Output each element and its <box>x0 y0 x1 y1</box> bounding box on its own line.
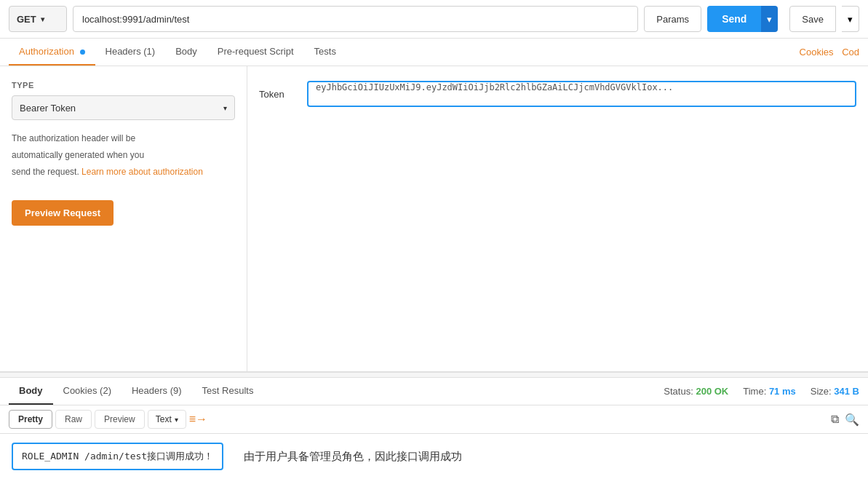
tab-pre-request-script[interactable]: Pre-request Script <box>207 39 304 66</box>
tab-tests[interactable]: Tests <box>304 39 346 66</box>
tab-authorization[interactable]: Authorization <box>9 39 95 66</box>
token-input[interactable]: eyJhbGciOiJIUzUxMiJ9.eyJzdWIiOiJjb2Rlc2h… <box>307 81 856 107</box>
top-bar: GET ▾ Params Send ▾ Save ▾ <box>0 0 868 39</box>
response-code-box: ROLE_ADMIN /admin/test接口调用成功！ <box>12 443 223 470</box>
sort-icon[interactable]: ≡→ <box>189 413 207 426</box>
method-chevron-icon: ▾ <box>41 15 44 23</box>
format-raw-button[interactable]: Raw <box>55 410 92 429</box>
time-value: 71 ms <box>769 386 796 397</box>
response-line: ROLE_ADMIN /admin/test接口调用成功！ 由于用户具备管理员角… <box>12 443 856 470</box>
size-value: 341 B <box>834 386 859 397</box>
format-right-actions: ⧉ 🔍 <box>831 413 859 427</box>
save-dropdown-button[interactable]: ▾ <box>842 6 859 32</box>
format-text-chevron-icon: ▾ <box>175 416 178 424</box>
bearer-token-label: Bearer Token <box>20 103 76 114</box>
format-text-label: Text <box>156 414 172 424</box>
right-panel: Token eyJhbGciOiJIUzUxMiJ9.eyJzdWIiOiJjb… <box>247 66 868 371</box>
bearer-token-select[interactable]: Bearer Token ▾ <box>12 95 235 120</box>
response-tab-headers[interactable]: Headers (9) <box>122 378 192 405</box>
search-button[interactable]: 🔍 <box>845 413 859 427</box>
save-button[interactable]: Save <box>789 6 836 32</box>
url-input[interactable] <box>73 6 638 32</box>
token-row: Token eyJhbGciOiJIUzUxMiJ9.eyJzdWIiOiJjb… <box>259 81 856 107</box>
preview-request-button[interactable]: Preview Request <box>12 200 114 226</box>
response-tab-cookies[interactable]: Cookies (2) <box>53 378 122 405</box>
type-label: TYPE <box>12 81 235 90</box>
section-divider <box>0 372 868 378</box>
response-tab-bar: Body Cookies (2) Headers (9) Test Result… <box>0 378 868 405</box>
token-label: Token <box>259 89 295 100</box>
tab-right-actions: Cookies Cod <box>800 47 859 58</box>
code-link[interactable]: Cod <box>842 47 859 58</box>
method-select[interactable]: GET ▾ <box>9 6 67 32</box>
main-content: TYPE Bearer Token ▾ The authorization he… <box>0 66 868 372</box>
status-value: 200 OK <box>696 386 728 397</box>
size-label: Size: 341 B <box>811 386 859 397</box>
format-bar: Pretty Raw Preview Text ▾ ≡→ ⧉ 🔍 <box>0 405 868 434</box>
response-tab-body[interactable]: Body <box>9 378 53 405</box>
response-comment: 由于用户具备管理员角色，因此接口调用成功 <box>244 450 462 464</box>
params-button[interactable]: Params <box>644 6 701 32</box>
left-panel: TYPE Bearer Token ▾ The authorization he… <box>0 66 247 371</box>
info-text-3: send the request. Learn more about autho… <box>12 165 235 179</box>
send-dropdown-button[interactable]: ▾ <box>761 6 778 32</box>
response-tab-test-results[interactable]: Test Results <box>192 378 264 405</box>
tab-headers[interactable]: Headers (1) <box>95 39 166 66</box>
format-text-dropdown[interactable]: Text ▾ <box>148 410 186 429</box>
response-code-text: ROLE_ADMIN /admin/test接口调用成功！ <box>22 451 213 462</box>
response-body-area: ROLE_ADMIN /admin/test接口调用成功！ 由于用户具备管理员角… <box>0 434 868 479</box>
cookies-link[interactable]: Cookies <box>800 47 834 58</box>
bearer-chevron-icon: ▾ <box>223 104 227 112</box>
authorization-dot <box>80 50 85 55</box>
send-group: Send ▾ <box>707 6 778 32</box>
method-label: GET <box>17 14 36 25</box>
learn-more-link[interactable]: Learn more about authorization <box>81 167 203 177</box>
status-label: Status: 200 OK <box>664 386 728 397</box>
response-meta: Status: 200 OK Time: 71 ms Size: 341 B <box>664 386 859 397</box>
info-text-2: automatically generated when you <box>12 148 235 162</box>
time-label: Time: 71 ms <box>743 386 796 397</box>
request-tab-bar: Authorization Headers (1) Body Pre-reque… <box>0 39 868 66</box>
format-pretty-button[interactable]: Pretty <box>9 410 52 429</box>
info-text-1: The authorization header will be <box>12 132 235 146</box>
save-chevron-icon: ▾ <box>848 14 853 25</box>
send-chevron-icon: ▾ <box>767 14 772 25</box>
send-button[interactable]: Send <box>707 6 761 32</box>
copy-button[interactable]: ⧉ <box>831 413 839 427</box>
tab-body[interactable]: Body <box>165 39 207 66</box>
format-preview-button[interactable]: Preview <box>95 410 145 429</box>
